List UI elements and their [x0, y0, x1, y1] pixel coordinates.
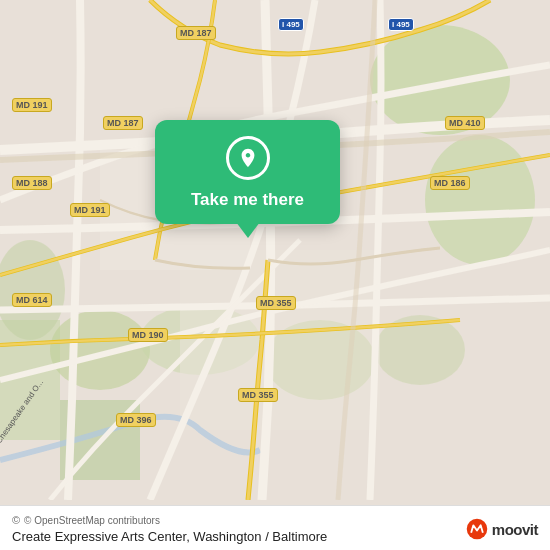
road-label-md188: MD 188: [12, 176, 52, 190]
copyright-icon: ©: [12, 514, 20, 526]
popup-label: Take me there: [191, 190, 304, 210]
moovit-text: moovit: [492, 521, 538, 538]
road-label-md396: MD 396: [116, 413, 156, 427]
svg-point-4: [50, 310, 150, 390]
svg-point-2: [425, 135, 535, 265]
road-label-md355-bot: MD 355: [238, 388, 278, 402]
location-name: Create Expressive Arts Center, Washingto…: [12, 529, 538, 544]
road-label-md410: MD 410: [445, 116, 485, 130]
take-me-there-popup[interactable]: Take me there: [155, 120, 340, 224]
map-container: I 495 I 495 MD 187 MD 191 MD 187 MD 410 …: [0, 0, 550, 550]
road-label-i495-left: I 495: [278, 18, 304, 31]
bottom-bar: © © OpenStreetMap contributors Create Ex…: [0, 505, 550, 550]
road-label-md355-top: MD 355: [256, 296, 296, 310]
road-label-md191-mid: MD 191: [70, 203, 110, 217]
road-label-md190: MD 190: [128, 328, 168, 342]
moovit-icon: [466, 518, 488, 540]
moovit-logo: moovit: [466, 518, 538, 540]
road-label-md187-top: MD 187: [176, 26, 216, 40]
road-label-md614: MD 614: [12, 293, 52, 307]
road-label-i495-right: I 495: [388, 18, 414, 31]
road-label-md186: MD 186: [430, 176, 470, 190]
attribution-text: © OpenStreetMap contributors: [24, 515, 160, 526]
map-attribution: © © OpenStreetMap contributors: [12, 514, 538, 526]
road-label-md191-left: MD 191: [12, 98, 52, 112]
popup-icon-wrapper: [226, 136, 270, 180]
road-label-md187-mid: MD 187: [103, 116, 143, 130]
location-pin-icon: [237, 147, 259, 169]
